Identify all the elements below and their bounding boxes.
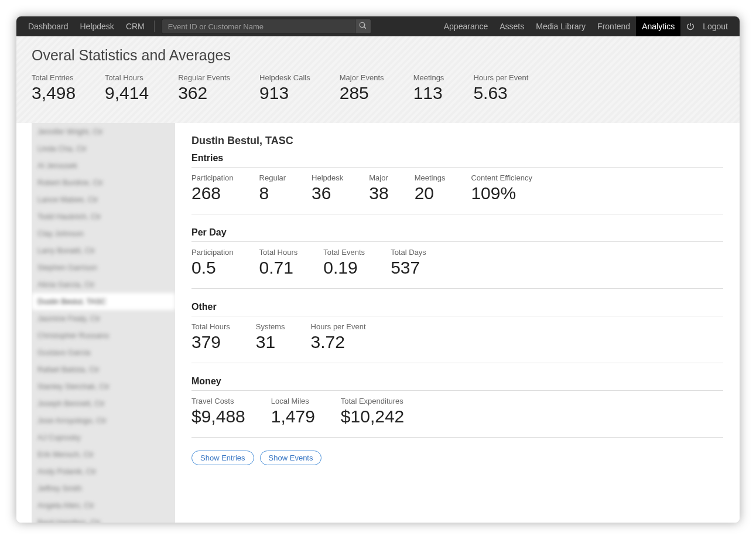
- metric-label: Major: [369, 173, 388, 182]
- power-icon: [680, 22, 697, 30]
- stat-total-hours: Total Hours 9,414: [105, 73, 149, 103]
- stat-label: Total Hours: [105, 73, 149, 82]
- nav-item-helpdesk[interactable]: Helpdesk: [74, 16, 120, 36]
- metric-meetings: Meetings 20: [415, 173, 446, 203]
- metric-label: Total Events: [323, 248, 365, 257]
- metric-participation: Participation 268: [191, 173, 234, 203]
- page-title: Overal Statistics and Averages: [32, 47, 724, 64]
- metric-label: Total Expenditures: [341, 397, 404, 405]
- metric-value: 0.71: [259, 258, 298, 278]
- nav-item-crm[interactable]: CRM: [120, 16, 150, 36]
- sidebar-person[interactable]: Jasmine Fealy, Ctr: [32, 310, 175, 327]
- stat-label: Regular Events: [178, 73, 230, 82]
- summary-panel: Overal Statistics and Averages Total Ent…: [16, 36, 740, 123]
- summary-stats-row: Total Entries 3,498 Total Hours 9,414 Re…: [32, 73, 724, 103]
- stat-label: Meetings: [413, 73, 444, 82]
- metric-money-travel-costs: Travel Costs $9,488: [191, 397, 245, 427]
- search-input[interactable]: [162, 19, 355, 34]
- sidebar-person[interactable]: Angela Allen, Ctr: [32, 497, 175, 514]
- nav-item-dashboard[interactable]: Dashboard: [22, 16, 74, 36]
- metric-pd-participation: Participation 0.5: [191, 248, 234, 278]
- metric-value: 1,479: [271, 407, 315, 427]
- nav-item-appearance[interactable]: Appearance: [438, 16, 494, 36]
- nav-item-frontend[interactable]: Frontend: [591, 16, 636, 36]
- stat-label: Total Entries: [32, 73, 76, 82]
- metric-value: 38: [369, 183, 388, 203]
- sidebar-person[interactable]: Clay Johnson: [32, 225, 175, 242]
- sidebar-person[interactable]: Todd Haubrich, Ctr: [32, 208, 175, 225]
- metric-value: 268: [191, 183, 234, 203]
- sidebar-person[interactable]: Joseph Bennett, Ctr: [32, 395, 175, 412]
- show-entries-button[interactable]: Show Entries: [191, 451, 254, 465]
- sidebar-person[interactable]: Gustavo Garcia: [32, 344, 175, 361]
- sidebar-person[interactable]: Jennifer Wright, Ctr: [32, 123, 175, 140]
- sidebar-person[interactable]: Jose Arroyologo, Ctr: [32, 412, 175, 429]
- stat-label: Hours per Event: [473, 73, 528, 82]
- stat-total-entries: Total Entries 3,498: [32, 73, 76, 103]
- metric-pd-total-events: Total Events 0.19: [323, 248, 365, 278]
- sidebar-person[interactable]: Robert Burdine, Ctr: [32, 174, 175, 191]
- sidebar-person[interactable]: Erik Mensch, Ctr: [32, 446, 175, 463]
- search-icon: [359, 22, 367, 31]
- metric-helpdesk: Helpdesk 36: [312, 173, 343, 203]
- metric-label: Systems: [256, 322, 285, 331]
- stat-value: 362: [178, 83, 230, 103]
- stat-value: 113: [413, 83, 444, 103]
- stat-hours-per-event: Hours per Event 5.63: [473, 73, 528, 103]
- metric-label: Participation: [191, 248, 234, 257]
- sidebar-person[interactable]: Larry Bonatti, Ctr: [32, 242, 175, 259]
- metric-value: 109%: [471, 183, 532, 203]
- stat-value: 913: [259, 83, 310, 103]
- sidebar-person[interactable]: Rafael Batista, Ctr: [32, 361, 175, 378]
- sidebar-person[interactable]: Al Jerousek: [32, 157, 175, 174]
- stat-meetings: Meetings 113: [413, 73, 444, 103]
- nav-item-analytics[interactable]: Analytics: [636, 16, 680, 36]
- sidebar-person[interactable]: Alicia Garcia, Ctr: [32, 276, 175, 293]
- metric-label: Meetings: [415, 173, 446, 182]
- sidebar-person[interactable]: Stephen Garrison: [32, 259, 175, 276]
- nav-item-logout[interactable]: Logout: [697, 16, 734, 36]
- metric-pd-total-hours: Total Hours 0.71: [259, 248, 298, 278]
- sidebar-person[interactable]: Dustin Bestul, TASC: [32, 293, 175, 310]
- top-nav: Dashboard Helpdesk CRM Appearance Assets: [16, 16, 740, 36]
- section-title-other: Other: [191, 302, 723, 316]
- detail-panel: Dustin Bestul, TASC Entries Participatio…: [175, 123, 740, 523]
- sidebar-person[interactable]: Basil Hamilton, Ctr: [32, 514, 175, 523]
- metric-value: 0.19: [323, 258, 365, 278]
- show-events-button[interactable]: Show Events: [260, 451, 322, 465]
- stat-regular-events: Regular Events 362: [178, 73, 230, 103]
- search-button[interactable]: [355, 19, 371, 34]
- metric-label: Participation: [191, 173, 234, 182]
- sidebar-person[interactable]: Stanley Sterchak, Ctr: [32, 378, 175, 395]
- sidebar-person[interactable]: AJ Coprosky: [32, 429, 175, 446]
- sidebar-person[interactable]: Jeffrey Smith: [32, 480, 175, 497]
- stat-value: 285: [340, 83, 384, 103]
- metric-money-local-miles: Local Miles 1,479: [271, 397, 315, 427]
- sidebar-person[interactable]: Lance Mabee, Ctr: [32, 191, 175, 208]
- section-title-per-day: Per Day: [191, 227, 723, 242]
- sidebar-person[interactable]: Linda Cha, Ctr: [32, 140, 175, 157]
- section-title-entries: Entries: [191, 153, 723, 168]
- metric-label: Total Hours: [259, 248, 298, 257]
- metric-value: 379: [191, 332, 230, 352]
- sidebar-person[interactable]: Christopher Russano: [32, 327, 175, 344]
- sidebar-person[interactable]: Andy Polanik, Ctr: [32, 463, 175, 480]
- metric-other-total-hours: Total Hours 379: [191, 322, 230, 352]
- detail-person-name: Dustin Bestul, TASC: [191, 135, 723, 147]
- stat-label: Helpdesk Calls: [259, 73, 310, 82]
- metric-value: 31: [256, 332, 285, 352]
- metric-label: Local Miles: [271, 397, 315, 405]
- people-sidebar: Jennifer Wright, CtrLinda Cha, CtrAl Jer…: [32, 123, 175, 523]
- stat-major-events: Major Events 285: [340, 73, 384, 103]
- metric-pd-total-days: Total Days 537: [391, 248, 426, 278]
- nav-item-media-library[interactable]: Media Library: [530, 16, 591, 36]
- metric-value: 36: [312, 183, 343, 203]
- nav-item-assets[interactable]: Assets: [494, 16, 530, 36]
- metric-value: $9,488: [191, 407, 245, 427]
- metric-value: 8: [259, 183, 286, 203]
- metric-label: Hours per Event: [311, 322, 366, 331]
- metric-regular: Regular 8: [259, 173, 286, 203]
- nav-divider: [154, 21, 155, 32]
- metric-money-total-expenditures: Total Expenditures $10,242: [341, 397, 404, 427]
- metric-value: $10,242: [341, 407, 404, 427]
